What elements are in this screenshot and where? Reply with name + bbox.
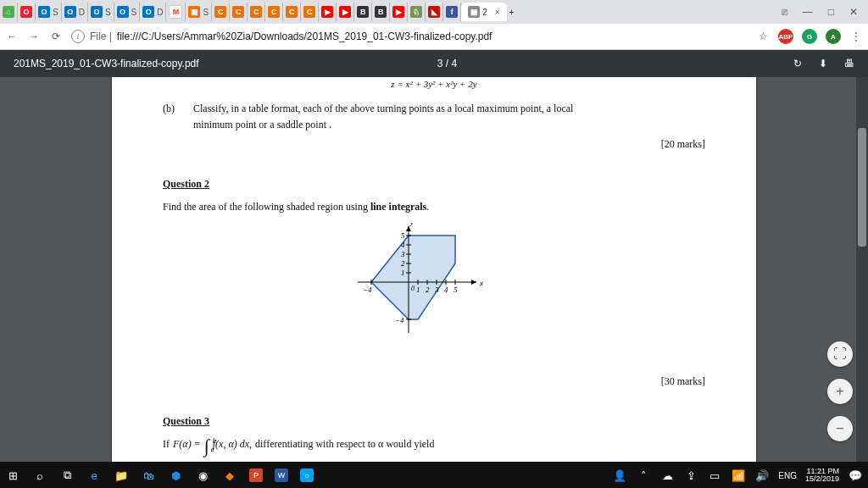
notifications-icon[interactable]: 💬 [848, 468, 863, 483]
tab-chegg1[interactable]: C [212, 3, 230, 21]
svg-text:1: 1 [416, 286, 420, 294]
chrome-icon[interactable]: ◉ [195, 468, 210, 483]
url-text: file:///C:/Users/Ammar%20Zia/Downloads/2… [117, 30, 492, 42]
dropbox-tray-icon[interactable]: ⇪ [683, 468, 698, 483]
tab-dark1[interactable]: B [354, 3, 372, 21]
marks-30: [30 marks] [163, 374, 705, 390]
url-file-label: File | [90, 30, 112, 42]
scrollbar-thumb[interactable] [858, 128, 866, 247]
rotate-icon[interactable]: ↻ [793, 58, 802, 69]
question-3-integrand: f(x, α) dx, [213, 436, 252, 452]
question-3-if: If [163, 436, 170, 452]
tab-chess[interactable]: ♘ [408, 3, 426, 21]
tab-chegg3[interactable]: C [248, 3, 265, 21]
svg-text:1: 1 [401, 269, 405, 277]
word-icon[interactable]: W [275, 469, 288, 482]
new-tab-button[interactable]: + [507, 3, 517, 21]
file-explorer-icon[interactable]: 📁 [114, 468, 129, 483]
profile-avatar-icon[interactable]: A [826, 29, 841, 44]
dropbox-icon[interactable]: ⬢ [168, 468, 183, 483]
language-indicator[interactable]: ENG [778, 471, 797, 480]
volume-icon[interactable]: 🔊 [754, 468, 770, 483]
question-2-text-suf: . [426, 201, 429, 213]
question-3-text: If F(α) = ∫ b a f(x, α) dx, differentiat… [163, 436, 705, 452]
store-icon[interactable]: 🛍 [141, 468, 156, 483]
svg-text:2: 2 [401, 259, 405, 268]
viewer-scrollbar[interactable] [856, 77, 868, 462]
close-icon[interactable]: ✕ [849, 6, 858, 18]
fit-page-button[interactable]: ⛶ [827, 341, 853, 367]
svg-text:3: 3 [400, 250, 405, 258]
tab-outlook5[interactable]: OD [140, 3, 166, 21]
tab-yt3[interactable]: ▶ [390, 3, 408, 21]
pdf-page-indicator[interactable]: 3 / 4 [437, 58, 457, 69]
start-button[interactable]: ⊞ [5, 468, 20, 483]
tab-current[interactable]: ▦ 2 × [461, 3, 506, 21]
download-icon[interactable]: ⬇ [819, 58, 827, 69]
tab-yt1[interactable]: ▶ [319, 3, 337, 21]
zoom-in-button[interactable]: + [827, 379, 853, 404]
minimize-icon[interactable]: — [803, 6, 813, 18]
tab-outlook2[interactable]: OD [62, 3, 88, 21]
tab-chegg5[interactable]: C [283, 3, 301, 21]
people-icon[interactable]: 👤 [612, 468, 627, 483]
pdf-title: 201MS_2019_01-CW3-finalized-copy.pdf [14, 58, 437, 69]
tab-home[interactable]: ⌂ [0, 3, 18, 21]
tab-chegg2[interactable]: C [230, 3, 248, 21]
edge-icon[interactable]: e [86, 468, 102, 483]
battery-icon[interactable]: ▭ [707, 468, 722, 483]
tab-outlook1[interactable]: OS [36, 3, 62, 21]
svg-marker-0 [371, 236, 455, 319]
zoom-out-button[interactable]: − [827, 416, 853, 441]
tab-chegg6[interactable]: C [301, 3, 319, 21]
tab-fb[interactable]: f [443, 3, 461, 21]
clock[interactable]: 11:21 PM 15/2/2019 [805, 468, 839, 484]
tab-gmail[interactable]: M [166, 3, 186, 21]
address-bar[interactable]: i File | file:///C:/Users/Ammar%20Zia/Do… [71, 30, 748, 43]
reload-button[interactable]: ⟳ [49, 30, 63, 43]
window-controls: ⎚ — □ ✕ [771, 6, 868, 18]
tab-orange[interactable]: ▣S [186, 3, 212, 21]
close-tab-icon[interactable]: × [495, 8, 500, 17]
wifi-icon[interactable]: 📶 [731, 468, 746, 483]
task-view-icon[interactable]: ⧉ [59, 468, 75, 483]
tab-outlook3[interactable]: OS [88, 3, 114, 21]
abp-extension-icon[interactable]: ABP [778, 29, 793, 44]
clock-date: 15/2/2019 [805, 475, 839, 483]
question-2-text-bold: line integrals [370, 201, 426, 213]
tab-outlook4[interactable]: OS [114, 3, 141, 21]
marks-20: [20 marks] [193, 136, 705, 152]
tab-chegg4[interactable]: C [265, 3, 283, 21]
chrome-menu-icon[interactable]: ⋮ [849, 30, 863, 43]
onedrive-icon[interactable]: ☁ [659, 468, 675, 483]
tab-red[interactable]: ◣ [426, 3, 443, 21]
info-icon[interactable]: i [71, 30, 85, 43]
integral-lower-icon: a [211, 444, 214, 456]
pdf-viewer[interactable]: z = x² + 3y² + x²y + 2y (b) Classify, in… [0, 77, 868, 462]
tab-yt2[interactable]: ▶ [337, 3, 354, 21]
show-hidden-icon[interactable]: ˄ [636, 468, 651, 483]
grammarly-extension-icon[interactable]: G [802, 29, 817, 44]
tab-current-label: 2 [482, 8, 487, 17]
svg-text:y: y [409, 223, 414, 226]
question-3-func: F(α) = [173, 436, 201, 452]
forward-button[interactable]: → [27, 30, 41, 43]
browser-navbar: ← → ⟳ i File | file:///C:/Users/Ammar%20… [0, 24, 868, 50]
avast-icon[interactable]: ◆ [222, 468, 237, 483]
search-icon[interactable]: ⌕ [32, 468, 47, 483]
back-button[interactable]: ← [5, 30, 19, 43]
svg-text:5: 5 [401, 231, 405, 240]
cortana-icon[interactable]: ○ [300, 469, 314, 482]
print-icon[interactable]: 🖶 [844, 58, 854, 69]
tab-opera[interactable]: O [18, 3, 36, 21]
question-2-title: Question 2 [163, 176, 705, 192]
svg-text:5: 5 [453, 286, 458, 294]
powerpoint-icon[interactable]: P [249, 469, 263, 482]
question-3-tail: differentiating with respect to α would … [255, 436, 434, 452]
maximize-icon[interactable]: □ [828, 6, 834, 18]
bookmark-star-icon[interactable]: ☆ [756, 30, 770, 43]
tab-dark2[interactable]: B [372, 3, 390, 21]
part-b-line2: minimum point or a saddle point . [193, 117, 705, 133]
window-dropdown-icon[interactable]: ⎚ [782, 6, 787, 18]
zoom-controls: ⛶ + − [827, 341, 853, 441]
